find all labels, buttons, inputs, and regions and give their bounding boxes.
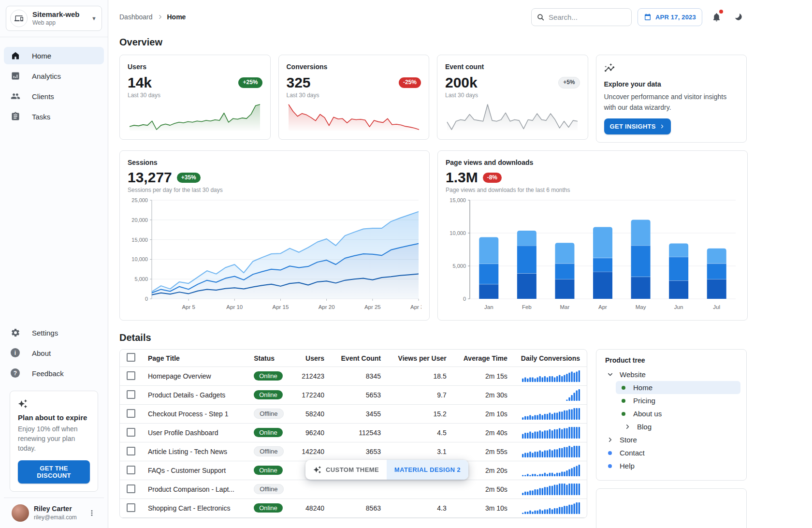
tree-item-blog[interactable]: Blog (620, 420, 740, 433)
workspace-select[interactable]: Sitemark-web Web app ▼ (6, 6, 102, 31)
sidebar-item-label: Feedback (32, 369, 64, 378)
row-checkbox[interactable] (127, 447, 135, 455)
row-checkbox[interactable] (127, 371, 135, 380)
table-row[interactable]: User Profile Dashboard Online 96240 1125… (120, 424, 587, 442)
custom-theme-label: CUSTOM THEME (326, 466, 379, 473)
custom-theme-button[interactable]: CUSTOM THEME (305, 460, 387, 480)
select-all-checkbox[interactable] (127, 353, 135, 362)
col-users: Users (293, 350, 331, 367)
table-row[interactable]: Shopping Cart - Electronics Online 48240… (120, 499, 587, 518)
more-vert-icon[interactable] (87, 509, 96, 517)
table-row[interactable]: Homepage Overview Online 212423 8345 18.… (120, 367, 587, 386)
product-tree-card: Product tree Website Home (596, 349, 747, 481)
sidebar-item-clients[interactable]: Clients (4, 88, 104, 105)
status-badge: Online (254, 371, 283, 381)
sidebar-item-home[interactable]: Home (4, 47, 104, 64)
tree-item-contact[interactable]: Contact (602, 446, 740, 459)
event-count-sparkline (445, 103, 580, 132)
row-checkbox[interactable] (127, 466, 135, 474)
row-checkbox[interactable] (127, 484, 135, 493)
get-discount-button[interactable]: GET THE DISCOUNT (18, 460, 90, 484)
tree-label: Help (620, 462, 635, 470)
sidebar-item-about[interactable]: i About (4, 344, 104, 362)
search-input[interactable] (549, 13, 626, 21)
tree-item-pricing[interactable]: Pricing (616, 394, 740, 407)
cell-page-title: Article Listing - Tech News (141, 442, 247, 461)
cell-avg-time: 2m 30s (453, 386, 514, 405)
material-design-2-button[interactable]: MATERIAL DESIGN 2 (387, 460, 468, 480)
stat-title: Conversions (287, 63, 421, 71)
dark-mode-toggle[interactable] (730, 9, 747, 25)
daily-conversions-sparkline (521, 502, 580, 514)
table-row[interactable]: Article Listing - Tech News Offline 1422… (120, 442, 587, 461)
sessions-card: Sessions 13,277 +35% Sessions per day fo… (119, 150, 430, 321)
col-event-count: Event Count (331, 350, 388, 367)
row-checkbox[interactable] (127, 503, 135, 512)
home-icon (11, 51, 20, 60)
tree-item-store[interactable]: Store (602, 433, 740, 446)
next-card-stub (596, 488, 747, 528)
dot-icon (620, 386, 627, 390)
chevron-right-icon (606, 436, 614, 443)
sidebar-item-settings[interactable]: Settings (4, 324, 104, 341)
stat-card-event-count: Event count 200k +5% Last 30 days (437, 55, 588, 140)
dot-icon (606, 464, 614, 468)
moon-icon (734, 13, 743, 22)
table-row[interactable]: Product Comparison - Lapt... Offline 2m … (120, 480, 587, 499)
sessions-value: 13,277 (128, 169, 172, 186)
svg-text:Apr 20: Apr 20 (319, 304, 335, 310)
breadcrumb-dashboard[interactable]: Dashboard (119, 13, 153, 21)
daily-conversions-sparkline (521, 389, 580, 401)
row-checkbox[interactable] (127, 409, 135, 418)
cell-page-title: Homepage Overview (141, 367, 247, 386)
table-header-row: Page Title Status Users Event Count View… (120, 350, 587, 367)
user-name: Riley Carter (34, 505, 83, 513)
svg-text:0: 0 (145, 296, 148, 302)
main-content: Dashboard Home (108, 0, 812, 528)
calendar-icon (644, 13, 652, 21)
stat-cards-row: Users 14k +25% Last 30 days Conversions (119, 55, 747, 143)
pageviews-bar-chart: 05,00010,00015,000JanFebMarAprMayJunJul (446, 196, 740, 312)
details-table: Page Title Status Users Event Count View… (120, 350, 587, 518)
get-insights-label: GET INSIGHTS (610, 123, 656, 130)
cell-event-count (331, 480, 388, 499)
daily-conversions-sparkline (521, 446, 580, 457)
stat-card-conversions: Conversions 325 -25% Last 30 days (278, 55, 430, 140)
table-row[interactable]: Product Details - Gadgets Online 172240 … (120, 386, 587, 405)
search-box (531, 8, 632, 26)
row-checkbox[interactable] (127, 428, 135, 437)
tree-item-website[interactable]: Website (602, 368, 740, 381)
sidebar-item-label: Analytics (32, 72, 61, 80)
user-row: Riley Carter riley@email.com (4, 498, 104, 528)
get-insights-button[interactable]: GET INSIGHTS (604, 118, 671, 134)
users-sparkline (128, 103, 262, 132)
tree-item-home[interactable]: Home (616, 381, 740, 394)
stat-delta-chip: +5% (558, 77, 580, 88)
cell-users: 48240 (293, 499, 331, 518)
sparkle-icon (18, 399, 90, 409)
tree-item-help[interactable]: Help (602, 459, 740, 472)
svg-text:25,000: 25,000 (131, 197, 148, 203)
date-picker-button[interactable]: APR 17, 2023 (638, 8, 702, 26)
tree-item-about-us[interactable]: About us (616, 407, 740, 420)
dot-icon (620, 399, 627, 403)
cell-views: 15.2 (388, 405, 453, 424)
sidebar-item-analytics[interactable]: Analytics (4, 67, 104, 85)
cell-avg-time: 2m 40s (453, 424, 514, 442)
row-checkbox[interactable] (127, 390, 135, 399)
sidebar-item-tasks[interactable]: Tasks (4, 108, 104, 125)
cell-users: 142240 (293, 442, 331, 461)
svg-text:May: May (636, 304, 646, 310)
details-table-card: Page Title Status Users Event Count View… (119, 349, 587, 518)
notifications-button[interactable] (708, 9, 725, 25)
cell-page-title: Checkout Process - Step 1 (141, 405, 247, 424)
sidebar-nav: Home Analytics Clients Tasks (0, 37, 108, 128)
table-row[interactable]: Checkout Process - Step 1 Offline 58240 … (120, 405, 587, 424)
cell-page-title: FAQs - Customer Support (141, 461, 247, 480)
sidebar-item-feedback[interactable]: ? Feedback (4, 365, 104, 382)
cell-users: 212423 (293, 367, 331, 386)
overview-heading: Overview (119, 37, 747, 48)
cell-event-count: 8563 (331, 499, 388, 518)
topbar-actions: APR 17, 2023 (531, 8, 747, 26)
daily-conversions-sparkline (521, 427, 580, 439)
